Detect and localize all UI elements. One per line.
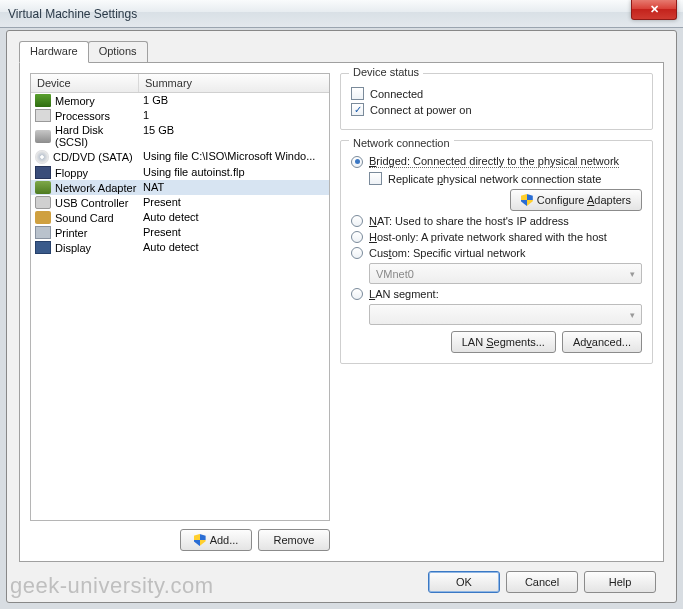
device-summary: 1 — [139, 109, 329, 122]
hd-icon — [35, 130, 51, 143]
host-only-label: Host-only: A private network shared with… — [369, 231, 607, 243]
display-icon — [35, 241, 51, 254]
device-summary: Present — [139, 226, 329, 239]
network-title: Network connection — [349, 137, 454, 149]
tab-hardware[interactable]: Hardware — [19, 41, 89, 63]
tab-options[interactable]: Options — [88, 41, 148, 62]
help-label: Help — [609, 576, 632, 588]
remove-button[interactable]: Remove — [258, 529, 330, 551]
radio-host-only[interactable]: Host-only: A private network shared with… — [351, 231, 642, 243]
tab-page-hardware: Device Summary Memory1 GBProcessors1Hard… — [19, 63, 664, 562]
radio-icon — [351, 247, 363, 259]
device-name: Processors — [55, 110, 110, 122]
radio-icon — [351, 231, 363, 243]
device-summary: 15 GB — [139, 124, 329, 148]
device-list-header: Device Summary — [31, 74, 329, 93]
network-connection-group: Network connection Bridged: Connected di… — [340, 140, 653, 364]
device-status-title: Device status — [349, 66, 423, 78]
device-name: Display — [55, 242, 91, 254]
custom-network-value: VMnet0 — [376, 268, 414, 280]
device-summary: Auto detect — [139, 241, 329, 254]
close-button[interactable]: ✕ — [631, 0, 677, 20]
left-column: Device Summary Memory1 GBProcessors1Hard… — [30, 73, 330, 551]
checkbox-icon — [369, 172, 382, 185]
cd-icon — [35, 150, 49, 164]
net-icon — [35, 181, 51, 194]
printer-icon — [35, 226, 51, 239]
device-row[interactable]: Processors1 — [31, 108, 329, 123]
device-name: Memory — [55, 95, 95, 107]
device-row[interactable]: Network AdapterNAT — [31, 180, 329, 195]
device-summary: Using file autoinst.flp — [139, 166, 329, 179]
radio-custom[interactable]: Custom: Specific virtual network — [351, 247, 642, 259]
nat-label: NAT: Used to share the host's IP address — [369, 215, 569, 227]
window-title: Virtual Machine Settings — [8, 7, 137, 21]
device-summary: 1 GB — [139, 94, 329, 107]
device-row[interactable]: CD/DVD (SATA)Using file C:\ISO\Microsoft… — [31, 149, 329, 165]
configure-adapters-button[interactable]: Configure Adapters — [510, 189, 642, 211]
sound-icon — [35, 211, 51, 224]
tab-hardware-label: Hardware — [30, 45, 78, 57]
radio-nat[interactable]: NAT: Used to share the host's IP address — [351, 215, 642, 227]
device-summary: NAT — [139, 181, 329, 194]
cancel-button[interactable]: Cancel — [506, 571, 578, 593]
connect-power-label: Connect at power on — [370, 104, 472, 116]
connect-power-checkbox[interactable]: ✓ Connect at power on — [351, 103, 642, 116]
custom-label: Custom: Specific virtual network — [369, 247, 526, 259]
radio-icon — [351, 288, 363, 300]
device-name: Sound Card — [55, 212, 114, 224]
memory-icon — [35, 94, 51, 107]
radio-icon — [351, 156, 363, 168]
device-summary: Using file C:\ISO\Microsoft Windo... — [139, 150, 329, 164]
device-row[interactable]: FloppyUsing file autoinst.flp — [31, 165, 329, 180]
device-name: Network Adapter — [55, 182, 136, 194]
device-row[interactable]: Memory1 GB — [31, 93, 329, 108]
right-column: Device status Connected ✓ Connect at pow… — [340, 73, 653, 551]
cpu-icon — [35, 109, 51, 122]
header-device: Device — [31, 74, 139, 92]
watermark: geek-university.com — [10, 573, 214, 599]
device-name: Floppy — [55, 167, 88, 179]
help-button[interactable]: Help — [584, 571, 656, 593]
replicate-label: Replicate physical network connection st… — [388, 173, 601, 185]
advanced-button[interactable]: Advanced... — [562, 331, 642, 353]
lan-segment-label: LAN segment: — [369, 288, 439, 300]
checkbox-icon — [351, 87, 364, 100]
device-row[interactable]: PrinterPresent — [31, 225, 329, 240]
ok-button[interactable]: OK — [428, 571, 500, 593]
radio-lan-segment[interactable]: LAN segment: — [351, 288, 642, 300]
device-row[interactable]: USB ControllerPresent — [31, 195, 329, 210]
device-summary: Auto detect — [139, 211, 329, 224]
radio-icon — [351, 215, 363, 227]
device-name: Printer — [55, 227, 87, 239]
lan-segments-button[interactable]: LAN Segments... — [451, 331, 556, 353]
device-name: USB Controller — [55, 197, 128, 209]
device-name: Hard Disk (SCSI) — [55, 124, 139, 148]
device-name: CD/DVD (SATA) — [53, 151, 133, 163]
device-list[interactable]: Device Summary Memory1 GBProcessors1Hard… — [30, 73, 330, 521]
device-status-group: Device status Connected ✓ Connect at pow… — [340, 73, 653, 130]
custom-network-combo[interactable]: VMnet0 — [369, 263, 642, 284]
advanced-label: Advanced... — [573, 336, 631, 348]
device-row[interactable]: DisplayAuto detect — [31, 240, 329, 255]
add-button[interactable]: Add... — [180, 529, 252, 551]
shield-icon — [521, 194, 533, 206]
lan-segment-combo[interactable] — [369, 304, 642, 325]
device-row[interactable]: Sound CardAuto detect — [31, 210, 329, 225]
floppy-icon — [35, 166, 51, 179]
remove-button-label: Remove — [274, 534, 315, 546]
lan-segments-label: LAN Segments... — [462, 336, 545, 348]
device-row[interactable]: Hard Disk (SCSI)15 GB — [31, 123, 329, 149]
title-bar: Virtual Machine Settings ✕ — [0, 0, 683, 28]
tab-strip: Hardware Options — [19, 41, 664, 63]
cancel-label: Cancel — [525, 576, 559, 588]
connected-checkbox[interactable]: Connected — [351, 87, 642, 100]
radio-bridged[interactable]: Bridged: Connected directly to the physi… — [351, 155, 642, 168]
usb-icon — [35, 196, 51, 209]
dialog-frame: Hardware Options Device Summary Memory1 … — [6, 30, 677, 603]
device-summary: Present — [139, 196, 329, 209]
ok-label: OK — [456, 576, 472, 588]
checkbox-icon: ✓ — [351, 103, 364, 116]
replicate-checkbox[interactable]: Replicate physical network connection st… — [369, 172, 642, 185]
bridged-label: Bridged: Connected directly to the physi… — [369, 155, 619, 168]
